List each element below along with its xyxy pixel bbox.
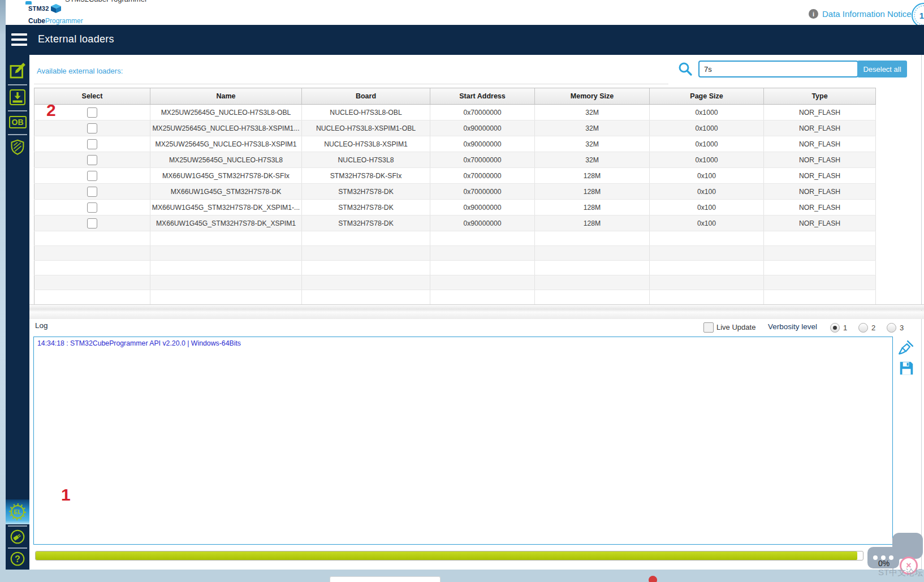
start-address-cell: 0x90000000 bbox=[430, 120, 535, 136]
type-cell: NOR_FLASH bbox=[764, 215, 876, 231]
verbosity-radio-2[interactable] bbox=[858, 323, 868, 333]
log-output-area[interactable]: 14:34:18 : STM32CubeProgrammer API v2.20… bbox=[33, 337, 893, 545]
empty-table-row bbox=[34, 290, 876, 305]
splitter-band[interactable] bbox=[29, 304, 924, 310]
sidebar-item-security[interactable] bbox=[6, 137, 29, 158]
sidebar-item-stlink-probe[interactable] bbox=[6, 528, 29, 546]
loader-name-cell: MX66UW1G45G_STM32H7S78-DK_XSPIM1 bbox=[150, 215, 302, 231]
type-cell: NOR_FLASH bbox=[764, 184, 876, 200]
live-update-checkbox[interactable] bbox=[703, 322, 714, 333]
board-cell: NUCLEO-H7S3L8-OBL bbox=[302, 105, 430, 120]
progress-bar bbox=[35, 551, 863, 561]
clear-log-broom-icon[interactable] bbox=[897, 339, 914, 356]
table-row: MX66UW1G45G_STM32H7S78-DK-SFIxSTM32H7S78… bbox=[34, 168, 876, 184]
type-cell: NOR_FLASH bbox=[764, 136, 876, 152]
row-select-checkbox[interactable] bbox=[87, 202, 97, 213]
sidebar-item-memory-file-edition[interactable] bbox=[6, 61, 29, 81]
empty-table-row bbox=[34, 246, 876, 261]
window-left-edge bbox=[0, 0, 6, 582]
logo-band bbox=[6, 5, 924, 25]
memory-size-cell: 128M bbox=[535, 184, 650, 200]
table-row: MX25UW25645G_NUCLEO-H7S3L8-XSPIM1NUCLEO-… bbox=[34, 136, 876, 152]
empty-table-row bbox=[34, 275, 876, 290]
logo-cube-text: Cube bbox=[28, 17, 45, 25]
row-select-checkbox[interactable] bbox=[87, 171, 97, 181]
memory-size-cell: 128M bbox=[535, 200, 650, 215]
table-row: MX66UW1G45G_STM32H7S78-DK_XSPIM1STM32H7S… bbox=[34, 215, 876, 231]
data-information-notice-link[interactable]: i Data Information Notice bbox=[809, 9, 912, 19]
start-address-cell: 0x70000000 bbox=[430, 105, 535, 120]
select-cell bbox=[34, 184, 150, 200]
verbosity-radio-1[interactable] bbox=[830, 323, 840, 333]
menu-hamburger-icon[interactable] bbox=[11, 33, 27, 46]
select-cell bbox=[34, 168, 150, 184]
table-row: MX25UW25645G_NUCLEO-H7S3L8NUCLEO-H7S3L80… bbox=[34, 152, 876, 168]
row-select-checkbox[interactable] bbox=[87, 187, 97, 197]
sidebar-item-external-loaders[interactable]: EL bbox=[6, 499, 29, 524]
memory-size-cell: 32M bbox=[535, 136, 650, 152]
start-address-cell: 0x90000000 bbox=[430, 200, 535, 215]
verbosity-level-label: Verbosity level bbox=[768, 322, 817, 331]
verbosity-radio-2-label: 2 bbox=[871, 324, 875, 332]
page-size-cell: 0x100 bbox=[650, 200, 764, 215]
table-row: MX66UW1G45G_STM32H7S78-DKSTM32H7S78-DK0x… bbox=[34, 184, 876, 200]
memory-size-cell: 128M bbox=[535, 168, 650, 184]
sidebar-item-option-bytes[interactable]: OB bbox=[6, 114, 29, 131]
log-message: 14:34:18 : STM32CubeProgrammer API v2.20… bbox=[37, 339, 889, 347]
row-select-checkbox[interactable] bbox=[87, 218, 97, 229]
page-size-cell: 0x100 bbox=[650, 184, 764, 200]
loader-search-input[interactable] bbox=[698, 61, 858, 77]
board-cell: NUCLEO-H7S3L8 bbox=[302, 152, 430, 168]
page-size-cell: 0x100 bbox=[650, 168, 764, 184]
column-header-start-address[interactable]: Start Address bbox=[430, 88, 535, 105]
start-address-cell: 0x70000000 bbox=[430, 184, 535, 200]
annotation-marker-1: 1 bbox=[61, 485, 71, 505]
option-bytes-icon: OB bbox=[9, 116, 27, 128]
select-cell bbox=[34, 200, 150, 215]
forum-watermark-label: ST中文论坛 bbox=[878, 567, 923, 578]
el-icon-text: EL bbox=[14, 508, 21, 515]
download-icon bbox=[8, 88, 27, 106]
column-header-board[interactable]: Board bbox=[302, 88, 430, 105]
row-select-checkbox[interactable] bbox=[87, 123, 97, 133]
column-header-name[interactable]: Name bbox=[150, 88, 302, 105]
live-update-label: Live Update bbox=[716, 323, 755, 331]
bottom-taskbar-strip bbox=[0, 570, 924, 582]
memory-size-cell: 32M bbox=[535, 152, 650, 168]
page-size-cell: 0x1000 bbox=[650, 120, 764, 136]
verbosity-radio-3-label: 3 bbox=[900, 324, 904, 332]
start-address-cell: 0x70000000 bbox=[430, 152, 535, 168]
column-header-memory-size[interactable]: Memory Size bbox=[535, 88, 650, 105]
verbosity-radio-3[interactable] bbox=[887, 323, 896, 333]
start-address-cell: 0x70000000 bbox=[430, 168, 535, 184]
sidebar-item-help[interactable]: ? bbox=[6, 550, 29, 568]
badge-text: 10 bbox=[919, 11, 924, 20]
shield-icon bbox=[8, 138, 27, 157]
log-section-label: Log bbox=[35, 321, 48, 330]
column-header-page-size[interactable]: Page Size bbox=[650, 88, 764, 105]
save-log-floppy-icon[interactable] bbox=[898, 360, 915, 377]
select-cell bbox=[34, 152, 150, 168]
sidebar-item-erasing-programming[interactable] bbox=[6, 88, 29, 107]
page-header: External loaders bbox=[6, 25, 924, 55]
cutoff-tooltip-box bbox=[330, 576, 441, 582]
verbosity-radio-1-label: 1 bbox=[843, 324, 847, 332]
row-select-checkbox[interactable] bbox=[87, 107, 97, 118]
table-header-row: SelectNameBoardStart AddressMemory SizeP… bbox=[34, 88, 876, 105]
row-select-checkbox[interactable] bbox=[87, 155, 97, 165]
stm32cubeprogrammer-window: STM32CubeProgrammer STM32 CubeProgrammer… bbox=[0, 0, 924, 582]
search-icon bbox=[677, 61, 693, 77]
loader-name-cell: MX66UW1G45G_STM32H7S78-DK-SFIx bbox=[150, 168, 302, 184]
page-title: External loaders bbox=[38, 33, 114, 45]
column-header-type[interactable]: Type bbox=[764, 88, 876, 105]
board-cell: STM32H7S78-DK-SFIx bbox=[302, 168, 430, 184]
table-row: MX25UW25645G_NUCLEO-H7S3L8-OBLNUCLEO-H7S… bbox=[34, 105, 876, 120]
loader-name-cell: MX66UW1G45G_STM32H7S78-DK_XSPIM1-... bbox=[150, 200, 302, 215]
log-section-band bbox=[29, 311, 924, 319]
app-logo: STM32 CubeProgrammer bbox=[28, 6, 83, 25]
board-cell: NUCLEO-H7S3L8-XSPIM1 bbox=[302, 136, 430, 152]
deselect-all-button[interactable]: Deselect all bbox=[857, 61, 907, 77]
row-select-checkbox[interactable] bbox=[87, 139, 97, 149]
external-loaders-table: SelectNameBoardStart AddressMemory SizeP… bbox=[34, 88, 876, 305]
table-body: MX25UW25645G_NUCLEO-H7S3L8-OBLNUCLEO-H7S… bbox=[34, 105, 876, 305]
